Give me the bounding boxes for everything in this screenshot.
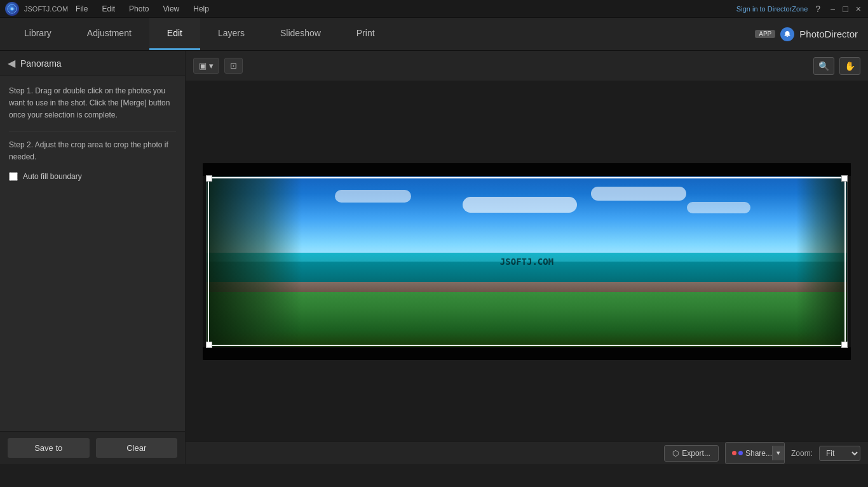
sky-layer — [207, 177, 847, 262]
canvas-area: ▣ ▾ ⊡ 🔍 ✋ — [186, 51, 868, 464]
share-dropdown-button[interactable]: ▾ — [772, 446, 784, 460]
tab-edit[interactable]: Edit — [149, 18, 200, 50]
share-label: Share... — [745, 449, 772, 458]
back-button[interactable]: ◀ — [8, 57, 15, 69]
app-badge: APP — [755, 30, 775, 38]
title-bar-right: Sign in to DirectorZone ? − □ × — [736, 4, 863, 14]
share-button[interactable]: Share... ▾ — [725, 442, 785, 464]
canvas-viewport: JSOFTJ.COM — [186, 81, 868, 441]
notification-icon[interactable] — [780, 27, 794, 41]
step2-text: Step 2. Adjust the crop area to crop the… — [9, 139, 176, 163]
vegetation-layer — [207, 292, 847, 347]
hand-icon: ✋ — [844, 61, 855, 71]
hand-tool-button[interactable]: ✋ — [839, 57, 860, 75]
app-title-text: JSOFTJ.COM — [24, 5, 68, 13]
share-dot-blue — [738, 451, 743, 455]
dark-edge-top — [203, 163, 851, 176]
menu-photo[interactable]: Photo — [126, 3, 151, 15]
auto-fill-boundary-checkbox[interactable] — [9, 172, 18, 181]
auto-fill-boundary-row: Auto fill boundary — [9, 172, 176, 181]
main-layout: ◀ Panorama Step 1. Drag or double click … — [0, 51, 868, 464]
dark-edge-bottom — [203, 347, 851, 360]
canvas-toolbar: ▣ ▾ ⊡ 🔍 ✋ — [186, 51, 868, 81]
zoom-label: Zoom: — [791, 449, 813, 458]
frame-tool-icon: ⊡ — [230, 61, 237, 70]
zoom-select[interactable]: Fit 25% 50% 75% 100% 150% 200% — [819, 446, 860, 461]
step1-text: Step 1. Drag or double click on the phot… — [9, 85, 176, 122]
sign-in-link[interactable]: Sign in to DirectorZone — [736, 5, 808, 13]
brand-name: PhotoDirector — [799, 29, 858, 39]
sidebar-title: Panorama — [20, 58, 62, 69]
cloud-3 — [591, 187, 686, 201]
tab-slideshow[interactable]: Slideshow — [262, 18, 339, 50]
title-bar: JSOFTJ.COM File Edit Photo View Help Sig… — [0, 0, 868, 18]
tab-print[interactable]: Print — [339, 18, 393, 50]
title-bar-left: JSOFTJ.COM File Edit Photo View Help — [5, 2, 212, 16]
divider — [9, 131, 176, 131]
cloud-2 — [463, 197, 577, 213]
zoom-tool-button[interactable]: 🔍 — [813, 57, 834, 75]
frame-tool-button[interactable]: ⊡ — [224, 58, 243, 74]
save-to-button[interactable]: Save to — [8, 438, 90, 458]
select-tool-button[interactable]: ▣ ▾ — [193, 58, 219, 74]
select-tool-arrow: ▾ — [209, 61, 214, 70]
sidebar-header: ◀ Panorama — [0, 51, 185, 76]
auto-fill-boundary-label: Auto fill boundary — [23, 172, 82, 181]
tab-adjustment[interactable]: Adjustment — [69, 18, 149, 50]
canvas-toolbar-left: ▣ ▾ ⊡ — [193, 58, 243, 74]
close-button[interactable]: × — [854, 4, 863, 14]
canvas-toolbar-right: 🔍 ✋ — [813, 57, 860, 75]
sidebar-footer: Save to Clear — [0, 431, 185, 464]
share-dots-icon — [732, 451, 743, 455]
cloud-1 — [335, 190, 411, 203]
menu-edit[interactable]: Edit — [99, 3, 118, 15]
minimize-button[interactable]: − — [828, 4, 837, 14]
export-icon: ⬡ — [672, 449, 679, 458]
menu-bar: File Edit Photo View Help — [73, 3, 212, 15]
zoom-icon: 🔍 — [818, 61, 829, 71]
palm-tree-left — [207, 177, 302, 347]
menu-view[interactable]: View — [160, 3, 182, 15]
status-bar: ⬡ Export... Share... ▾ Zoom: Fit 25% 50%… — [186, 441, 868, 464]
menu-help[interactable]: Help — [191, 3, 212, 15]
nav-bar: Library Adjustment Edit Layers Slideshow… — [0, 18, 868, 51]
panorama-image: JSOFTJ.COM — [206, 176, 848, 347]
export-label: Export... — [682, 449, 710, 458]
nav-tabs: Library Adjustment Edit Layers Slideshow… — [0, 18, 754, 50]
svg-point-1 — [11, 8, 13, 10]
help-icon[interactable]: ? — [815, 4, 820, 14]
select-tool-icon: ▣ — [199, 61, 207, 70]
tab-layers[interactable]: Layers — [200, 18, 262, 50]
app-logo — [5, 2, 19, 16]
cloud-4 — [687, 202, 750, 213]
menu-file[interactable]: File — [73, 3, 90, 15]
panorama-container: JSOFTJ.COM — [203, 163, 851, 360]
palm-tree-right — [796, 177, 847, 347]
share-dot-red — [732, 451, 736, 455]
window-controls: − □ × — [828, 4, 863, 14]
brand-section: APP PhotoDirector — [754, 27, 868, 41]
sidebar: ◀ Panorama Step 1. Drag or double click … — [0, 51, 186, 464]
maximize-button[interactable]: □ — [841, 4, 850, 14]
step2-section: Step 2. Adjust the crop area to crop the… — [9, 139, 176, 181]
export-button[interactable]: ⬡ Export... — [664, 445, 719, 462]
tab-library[interactable]: Library — [6, 18, 69, 50]
sidebar-content: Step 1. Drag or double click on the phot… — [0, 76, 185, 431]
clear-button[interactable]: Clear — [96, 438, 178, 458]
